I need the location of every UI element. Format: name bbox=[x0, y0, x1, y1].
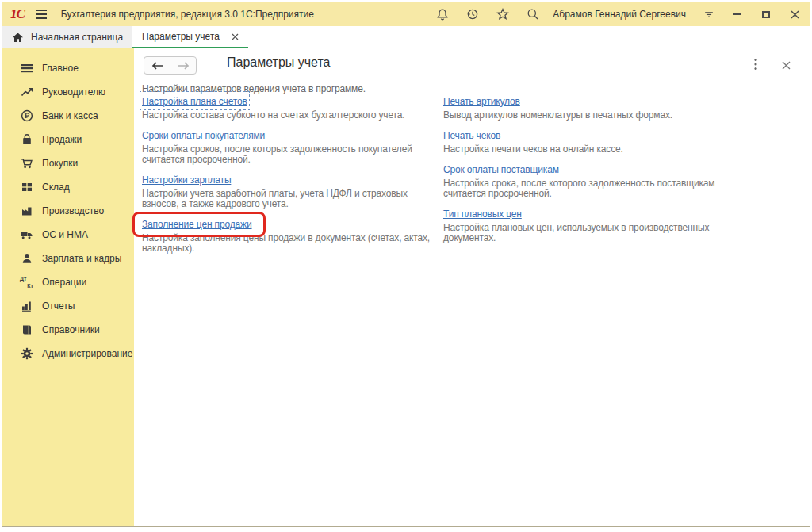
sidebar-item-os-i-nma[interactable]: ОС и НМА bbox=[2, 223, 134, 247]
red-highlight-box: Заполнение цен продажи bbox=[132, 212, 266, 237]
factory-icon bbox=[19, 205, 34, 217]
list-item: Тип плановых цен Настройка плановых цен,… bbox=[443, 206, 784, 243]
tab-home-page[interactable]: Начальная страница bbox=[2, 26, 132, 48]
page-subtitle: Настройки параметров ведения учета в про… bbox=[142, 83, 366, 94]
link-description: Настройка сроков, после которых задолжен… bbox=[142, 144, 437, 165]
sidebar-item-prodazhi[interactable]: Продажи bbox=[2, 128, 134, 151]
person-icon bbox=[19, 252, 34, 265]
page-title: Параметры учета bbox=[227, 55, 330, 70]
sidebar-item-operatsii[interactable]: ДтКт Операции bbox=[2, 270, 134, 294]
sidebar-item-administrirovanie[interactable]: Администрирование bbox=[2, 342, 134, 366]
book-icon bbox=[19, 323, 34, 336]
app-window: 1С Бухгалтерия предприятия, редакция 3.0… bbox=[2, 2, 810, 527]
link-description: Настройки учета заработной платы, учета … bbox=[142, 189, 437, 209]
link-zapolnenie-tsen-prodazhi[interactable]: Заполнение цен продажи bbox=[142, 218, 252, 231]
forward-button[interactable] bbox=[170, 56, 197, 75]
home-icon bbox=[12, 32, 24, 43]
link-description: Настройка срока, после которого задолжен… bbox=[443, 178, 745, 199]
sidebar-item-zarplata-i-kadry[interactable]: Зарплата и кадры bbox=[2, 247, 134, 270]
list-item: Срок оплаты поставщикам Настройка срока,… bbox=[443, 162, 784, 199]
ruble-circle-icon bbox=[19, 109, 34, 122]
settings-column-right: Печать артикулов Вывод артикулов номенкл… bbox=[443, 94, 784, 261]
truck-icon bbox=[19, 228, 34, 241]
screen: 1С Бухгалтерия предприятия, редакция 3.0… bbox=[0, 0, 812, 532]
tab-active-label: Параметры учета bbox=[142, 31, 220, 42]
list-item: Печать артикулов Вывод артикулов номенкл… bbox=[443, 94, 784, 121]
form-close-icon[interactable] bbox=[782, 59, 791, 73]
link-pechat-chekov[interactable]: Печать чеков bbox=[443, 129, 500, 142]
sidebar-item-bank-i-kassa[interactable]: Банк и касса bbox=[2, 104, 134, 128]
tab-home-label: Начальная страница bbox=[31, 32, 123, 43]
link-description: Настройка плановых цен, используемых в п… bbox=[443, 223, 745, 243]
shopping-bag-icon bbox=[19, 133, 34, 146]
favorites-star-icon[interactable] bbox=[496, 7, 510, 21]
grid-icon bbox=[19, 181, 34, 193]
trend-arrow-icon bbox=[19, 86, 34, 98]
gear-icon bbox=[19, 347, 34, 360]
sidebar-item-rukovoditelyu[interactable]: Руководителю bbox=[2, 80, 134, 104]
service-settings-icon[interactable] bbox=[703, 9, 714, 20]
history-nav-buttons bbox=[144, 56, 197, 75]
sidebar-item-proizvodstvo[interactable]: Производство bbox=[2, 199, 134, 223]
sidebar-item-pokupki[interactable]: Покупки bbox=[2, 151, 134, 175]
list-item: Сроки оплаты покупателями Настройка срок… bbox=[142, 128, 443, 165]
sidebar-item-glavnoe[interactable]: Главное bbox=[2, 56, 134, 80]
forward-arrow-icon bbox=[178, 62, 190, 70]
title-bar: 1С Бухгалтерия предприятия, редакция 3.0… bbox=[2, 2, 810, 26]
tab-accounting-parameters[interactable]: Параметры учета bbox=[132, 26, 248, 48]
search-icon[interactable] bbox=[526, 7, 540, 21]
notifications-bell-icon[interactable] bbox=[435, 7, 450, 21]
link-sroki-oplaty-pokupatelyami[interactable]: Сроки оплаты покупателями bbox=[142, 129, 265, 142]
menu-lines-icon bbox=[19, 62, 34, 75]
more-kebab-icon[interactable] bbox=[754, 58, 757, 74]
link-srok-oplaty-postavshchikam[interactable]: Срок оплаты поставщикам bbox=[443, 163, 559, 176]
history-clock-icon[interactable] bbox=[465, 7, 480, 21]
current-user-name[interactable]: Абрамов Геннадий Сергеевич bbox=[553, 9, 686, 20]
back-arrow-icon bbox=[151, 62, 163, 70]
list-item: Настройка плана счетов Настройка состава… bbox=[142, 94, 443, 121]
tab-bar: Начальная страница Параметры учета bbox=[2, 26, 810, 48]
tab-close-icon[interactable] bbox=[232, 33, 239, 40]
dt-kt-icon: ДтКт bbox=[19, 276, 34, 289]
section-sidebar: Главное Руководителю Банк и касса Продаж… bbox=[2, 48, 134, 526]
1c-logo: 1С bbox=[10, 6, 25, 22]
minimize-icon[interactable] bbox=[732, 9, 743, 20]
link-description: Настройка состава субконто на счетах бух… bbox=[142, 110, 437, 121]
link-tip-planovykh-tsen[interactable]: Тип плановых цен bbox=[443, 208, 522, 220]
main-content: Параметры учета Настройки параметров вед… bbox=[134, 48, 810, 526]
list-item: Заполнение цен продажи Настройка заполне… bbox=[142, 216, 443, 254]
sidebar-item-sklad[interactable]: Склад bbox=[2, 175, 134, 199]
bar-chart-icon bbox=[19, 300, 34, 312]
link-nastroyki-zarplaty[interactable]: Настройки зарплаты bbox=[142, 174, 231, 186]
list-item: Печать чеков Настройка печати чеков на о… bbox=[443, 128, 784, 155]
sidebar-item-spravochniki[interactable]: Справочники bbox=[2, 318, 134, 342]
link-pechat-artikulov[interactable]: Печать артикулов bbox=[443, 95, 520, 108]
shopping-cart-icon bbox=[19, 157, 34, 170]
link-description: Вывод артикулов номенклатуры в печатных … bbox=[443, 110, 745, 121]
main-menu-icon[interactable] bbox=[36, 10, 47, 19]
window-title: Бухгалтерия предприятия, редакция 3.0 1С… bbox=[61, 9, 314, 20]
list-item: Настройки зарплаты Настройки учета зараб… bbox=[142, 172, 443, 209]
sidebar-item-otchety[interactable]: Отчеты bbox=[2, 294, 134, 318]
maximize-icon[interactable] bbox=[760, 9, 772, 20]
link-description: Настройка печати чеков на онлайн кассе. bbox=[443, 144, 745, 155]
link-nastroyka-plana-schetov[interactable]: Настройка плана счетов bbox=[142, 95, 247, 108]
back-button[interactable] bbox=[144, 56, 170, 75]
settings-column-left: Настройка плана счетов Настройка состава… bbox=[142, 94, 443, 261]
close-icon[interactable] bbox=[789, 9, 800, 20]
